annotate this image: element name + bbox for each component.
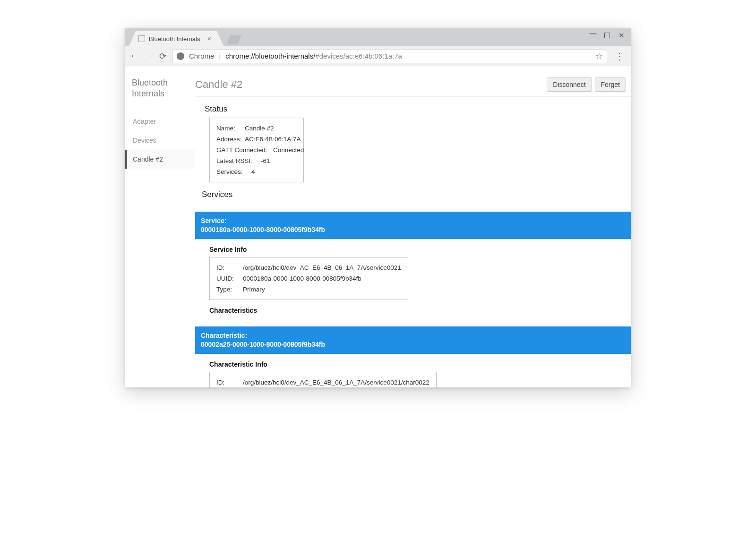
forward-icon[interactable]: →	[144, 51, 153, 61]
content-area: Bluetooth Internals Adapter Devices Cand…	[125, 66, 631, 387]
page-icon	[138, 35, 145, 42]
url-scheme: Chrome	[189, 52, 214, 60]
brand-line2: Internals	[132, 89, 164, 98]
reload-icon[interactable]: ⟳	[158, 51, 167, 61]
char-id-value: /org/bluez/hci0/dev_AC_E6_4B_06_1A_7A/se…	[243, 379, 430, 386]
maximize-icon[interactable]	[604, 33, 610, 38]
status-row-rssi: Latest RSSI: -61	[216, 155, 297, 166]
tab-title: Bluetooth Internals	[149, 35, 200, 43]
status-name-label: Name:	[216, 125, 241, 132]
service-type-label: Type:	[216, 286, 237, 293]
service-id-value: /org/bluez/hci0/dev_AC_E6_4B_06_1A_7A/se…	[243, 264, 401, 271]
url-divider: |	[219, 52, 221, 60]
characteristics-heading: Characteristics	[195, 300, 631, 318]
close-window-icon[interactable]: ✕	[617, 31, 626, 40]
characteristic-banner-title: Characteristic:	[201, 331, 625, 340]
tab-strip: Bluetooth Internals × — ✕	[125, 28, 631, 46]
site-info-icon[interactable]	[177, 52, 184, 60]
characteristic-banner[interactable]: Characteristic: 00002a25-0000-1000-8000-…	[195, 326, 631, 354]
sidebar-item-adapter[interactable]: Adapter	[125, 112, 195, 131]
status-address-label: Address:	[216, 136, 241, 143]
service-info-heading: Service Info	[195, 239, 631, 257]
toolbar: ← → ⟳ Chrome | chrome://bluetooth-intern…	[125, 46, 631, 66]
main-panel: Candle #2 Disconnect Forget Status Name:…	[195, 66, 631, 387]
browser-tab[interactable]: Bluetooth Internals ×	[129, 31, 223, 46]
browser-window: Bluetooth Internals × — ✕ ← → ⟳ Chrome |…	[125, 28, 631, 387]
sidebar: Bluetooth Internals Adapter Devices Cand…	[125, 66, 195, 387]
status-name-value: Candle #2	[245, 125, 274, 132]
sidebar-item-candle-2[interactable]: Candle #2	[125, 150, 195, 169]
service-info-box: ID: /org/bluez/hci0/dev_AC_E6_4B_06_1A_7…	[209, 257, 408, 300]
status-services-value: 4	[251, 168, 255, 175]
back-icon[interactable]: ←	[130, 51, 138, 61]
status-row-name: Name: Candle #2	[216, 123, 297, 134]
service-uuid-label: UUID:	[216, 275, 237, 282]
status-gatt-label: GATT Connected:	[216, 146, 269, 154]
status-services-label: Services:	[216, 168, 248, 175]
bookmark-star-icon[interactable]: ☆	[595, 51, 603, 61]
status-heading: Status	[195, 97, 631, 118]
header-buttons: Disconnect Forget	[547, 77, 626, 92]
status-box: Name: Candle #2 Address: AC:E6:4B:06:1A:…	[209, 118, 304, 182]
sidebar-brand: Bluetooth Internals	[125, 77, 195, 112]
menu-icon[interactable]: ⋮	[613, 51, 626, 62]
status-row-services: Services: 4	[216, 166, 297, 177]
forget-button[interactable]: Forget	[595, 77, 626, 92]
service-type-value: Primary	[243, 286, 265, 293]
char-id-label: ID:	[216, 379, 237, 386]
service-banner-uuid: 0000180a-0000-1000-8000-00805f9b34fb	[201, 225, 625, 234]
disconnect-button[interactable]: Disconnect	[547, 77, 592, 92]
service-banner[interactable]: Service: 0000180a-0000-1000-8000-00805f9…	[195, 212, 631, 239]
url-host: chrome://bluetooth-internals/	[225, 52, 315, 60]
main-header: Candle #2 Disconnect Forget	[195, 77, 631, 97]
page-title: Candle #2	[195, 78, 242, 91]
characteristic-info-heading: Characteristic Info	[195, 354, 631, 372]
window-controls: — ✕	[588, 31, 626, 40]
services-heading: Services	[195, 182, 631, 203]
close-tab-icon[interactable]: ×	[207, 35, 211, 43]
service-banner-title: Service:	[201, 216, 625, 225]
url-path: #devices/ac:e6:4b:06:1a:7a	[315, 52, 402, 60]
service-uuid-value: 0000180a-0000-1000-8000-00805f9b34fb	[243, 275, 361, 282]
sidebar-item-devices[interactable]: Devices	[125, 131, 195, 150]
address-bar[interactable]: Chrome | chrome://bluetooth-internals/#d…	[172, 49, 607, 63]
service-id-label: ID:	[216, 264, 237, 271]
minimize-icon[interactable]: —	[588, 29, 598, 38]
characteristic-banner-uuid: 00002a25-0000-1000-8000-00805f9b34fb	[201, 340, 625, 349]
brand-line1: Bluetooth	[132, 78, 168, 87]
status-rssi-label: Latest RSSI:	[216, 157, 257, 164]
status-rssi-value: -61	[261, 157, 270, 164]
status-gatt-value: Connected	[273, 146, 304, 154]
new-tab-button[interactable]	[226, 35, 241, 44]
status-row-address: Address: AC:E6:4B:06:1A:7A	[216, 134, 297, 145]
status-row-gatt: GATT Connected: Connected	[216, 145, 297, 155]
status-address-value: AC:E6:4B:06:1A:7A	[245, 136, 301, 143]
characteristic-info-box: ID: /org/bluez/hci0/dev_AC_E6_4B_06_1A_7…	[209, 372, 437, 387]
